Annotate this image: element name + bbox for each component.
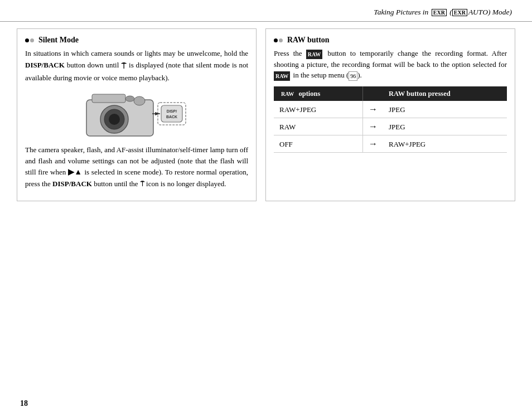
content-area: Silent Mode In situations in which camer… [0, 22, 532, 208]
raw-badge-1: RAW [306, 50, 322, 59]
left-panel: Silent Mode In situations in which camer… [17, 28, 257, 201]
option-off: OFF [274, 135, 362, 153]
table-row: OFF → RAW+JPEG [274, 135, 507, 153]
page-header: Taking Pictures in EXR (EXRAUTO) Mode) [0, 0, 532, 22]
table-row: RAW → JPEG [274, 118, 507, 135]
option-raw: RAW [274, 118, 362, 135]
silent-para-1: In situations in which camera sounds or … [25, 48, 248, 83]
svg-point-3 [109, 114, 120, 125]
disp-back-2: DISP/BACK [52, 180, 92, 188]
camera-diagram: DISP/ BACK [25, 89, 248, 139]
camera-svg: DISP/ BACK [81, 89, 192, 139]
dot-3 [274, 38, 278, 42]
arrow-2: → [362, 118, 383, 135]
svg-text:DISP/: DISP/ [167, 109, 177, 113]
svg-rect-8 [161, 105, 182, 122]
right-panel: RAW button Press the RAW button to tempo… [265, 28, 515, 201]
col-pressed-header: RAW button pressed [383, 86, 507, 101]
raw-options-table: RAW options RAW button pressed RAW+JPEG … [274, 86, 507, 153]
dot-4 [279, 38, 283, 42]
silent-symbol: ⍑ [121, 61, 127, 70]
col-options-header: RAW options [274, 86, 362, 101]
raw-section-body: Press the RAW button to temporarily chan… [274, 48, 507, 153]
svg-point-6 [125, 96, 134, 101]
col-arrow-header [362, 86, 383, 101]
silent-mode-title: Silent Mode [25, 36, 248, 45]
header-mode: AUTO) Mode [468, 8, 510, 16]
result-jpeg-2: JPEG [383, 118, 507, 135]
dot-2 [30, 38, 34, 42]
table-body: RAW+JPEG → JPEG RAW → JPEG OFF → RAW [274, 101, 507, 153]
raw-section-icon [274, 38, 283, 42]
table-header: RAW options RAW button pressed [274, 86, 507, 101]
page-ref: 96 [349, 71, 357, 81]
raw-para-1: Press the RAW button to temporarily chan… [274, 48, 507, 81]
result-jpeg-1: JPEG [383, 101, 507, 118]
result-raw-jpeg: RAW+JPEG [383, 135, 507, 153]
svg-rect-4 [92, 94, 125, 103]
raw-badge-table: RAW [279, 89, 296, 99]
disp-back-1: DISP/BACK [25, 60, 65, 69]
silent-mode-body: In situations in which camera sounds or … [25, 48, 248, 190]
raw-button-title: RAW button [274, 36, 507, 45]
raw-badge-2: RAW [274, 71, 290, 81]
header-taking-pictures: Taking Pictures in [374, 8, 428, 16]
option-raw-jpeg: RAW+JPEG [274, 101, 362, 118]
page-wrapper: Taking Pictures in EXR (EXRAUTO) Mode) S… [0, 0, 532, 417]
raw-button-label: RAW button [287, 36, 330, 45]
silent-icon-2: ⍑ [140, 180, 144, 188]
svg-text:BACK: BACK [166, 115, 177, 119]
page-number: 18 [20, 399, 28, 408]
silent-mode-label: Silent Mode [38, 36, 79, 45]
scene-mode-icon: ▶▲ [68, 168, 83, 176]
svg-point-5 [134, 96, 145, 105]
silent-mode-icon [25, 38, 34, 42]
table-row: RAW+JPEG → JPEG [274, 101, 507, 118]
dot-1 [25, 38, 29, 42]
header-title: Taking Pictures in EXR (EXRAUTO) Mode) [374, 8, 512, 16]
silent-para-2: The camera speaker, flash, and AF-assist… [25, 144, 248, 190]
table-header-row: RAW options RAW button pressed [274, 86, 507, 101]
arrow-3: → [362, 135, 383, 153]
arrow-1: → [362, 101, 383, 118]
